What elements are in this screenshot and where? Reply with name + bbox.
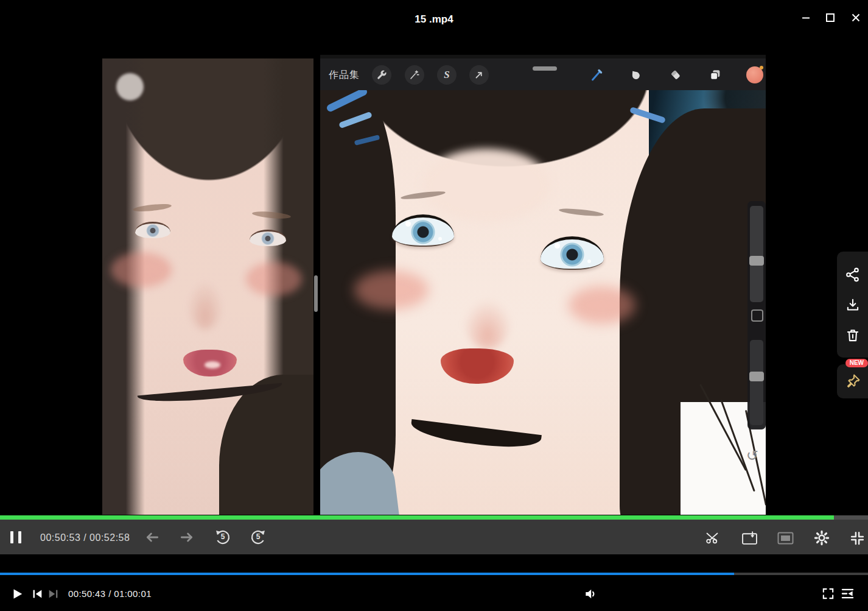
share-icon[interactable] <box>845 267 861 283</box>
window-title: 15 .mp4 <box>0 13 868 26</box>
maximize-button[interactable] <box>825 12 836 23</box>
undo-icon[interactable]: ↺ <box>746 447 758 464</box>
forward-seconds-label: 5 <box>250 532 267 541</box>
minimize-button[interactable] <box>800 12 811 23</box>
painting-eye <box>541 236 604 270</box>
inner-player-bar: 00:50:53 / 00:52:58 5 5 <box>0 520 868 554</box>
delete-trash-icon[interactable] <box>845 328 861 344</box>
gallery-button[interactable]: 作品集 <box>329 69 360 82</box>
close-button[interactable] <box>850 12 861 23</box>
painting-nose <box>464 284 511 350</box>
previous-button[interactable] <box>30 587 44 601</box>
pause-button[interactable] <box>10 531 21 543</box>
painting-forehead <box>422 149 550 222</box>
brush-size-handle[interactable] <box>749 256 764 266</box>
opacity-slider[interactable] <box>750 340 763 425</box>
settings-gear-icon[interactable] <box>814 530 830 546</box>
transform-arrow-icon[interactable] <box>469 65 489 85</box>
layers-icon[interactable] <box>705 65 725 85</box>
procreate-toolbar: 作品集 S <box>320 58 766 90</box>
photo-tone-overlay <box>102 58 313 515</box>
divider-scroll-indicator <box>314 275 318 312</box>
side-action-panel <box>837 252 868 358</box>
color-modified-dot <box>760 66 763 69</box>
smudge-icon[interactable] <box>626 65 645 85</box>
modify-button[interactable] <box>751 309 763 322</box>
pip-pin-icon[interactable] <box>741 531 758 545</box>
painting-blush <box>354 270 429 309</box>
scissors-icon[interactable] <box>704 531 720 545</box>
forward-5-button[interactable]: 5 <box>250 529 267 546</box>
title-bar: 15 .mp4 <box>0 0 868 37</box>
pin-new-badge: NEW <box>845 359 868 367</box>
selection-s-glyph: S <box>444 69 449 81</box>
opacity-handle[interactable] <box>749 372 764 381</box>
actions-wrench-icon[interactable] <box>372 65 391 85</box>
inner-progress-fill <box>0 515 834 520</box>
inner-progress-track[interactable] <box>0 515 868 520</box>
adjustments-wand-icon[interactable] <box>405 65 424 85</box>
brush-size-slider[interactable] <box>750 206 763 302</box>
arrow-back-icon[interactable] <box>144 529 161 545</box>
subtitle-icon[interactable] <box>777 532 794 545</box>
pin-icon[interactable] <box>845 373 861 389</box>
toolbar-drag-handle[interactable] <box>533 66 557 71</box>
reference-photo <box>102 58 313 515</box>
bottom-control-bar: 00:50:43 / 01:00:01 标记 NEW 倍速 NEW 超清 字幕 <box>0 581 868 607</box>
fullscreen-icon[interactable] <box>821 587 835 601</box>
procreate-sidebar <box>747 201 766 429</box>
outer-seek-bar[interactable] <box>0 573 868 575</box>
outer-time-display: 00:50:43 / 01:00:01 <box>68 588 152 599</box>
outer-seek-fill <box>0 573 734 575</box>
rewind-5-button[interactable]: 5 <box>214 529 231 546</box>
play-button[interactable] <box>10 587 24 601</box>
inner-time-display: 00:50:53 / 00:52:58 <box>40 532 130 543</box>
speaker-icon[interactable] <box>583 586 599 602</box>
side-pin-panel: NEW <box>837 364 868 398</box>
arrow-forward-icon[interactable] <box>178 529 195 545</box>
painting-lips <box>441 348 514 384</box>
procreate-app: 作品集 S <box>320 55 766 515</box>
painting-blush <box>569 286 635 324</box>
rewind-seconds-label: 5 <box>214 532 231 541</box>
painting-choker <box>410 419 542 452</box>
app-window: 15 .mp4 作品集 <box>0 0 868 611</box>
selection-icon[interactable]: S <box>437 65 457 85</box>
eraser-icon[interactable] <box>666 65 685 85</box>
compress-icon[interactable] <box>850 531 865 546</box>
next-button[interactable] <box>47 587 60 601</box>
paint-brush-icon[interactable] <box>587 65 607 85</box>
download-icon[interactable] <box>845 297 861 313</box>
playlist-icon[interactable] <box>841 587 855 600</box>
painting-canvas[interactable]: ↺ <box>320 90 766 515</box>
